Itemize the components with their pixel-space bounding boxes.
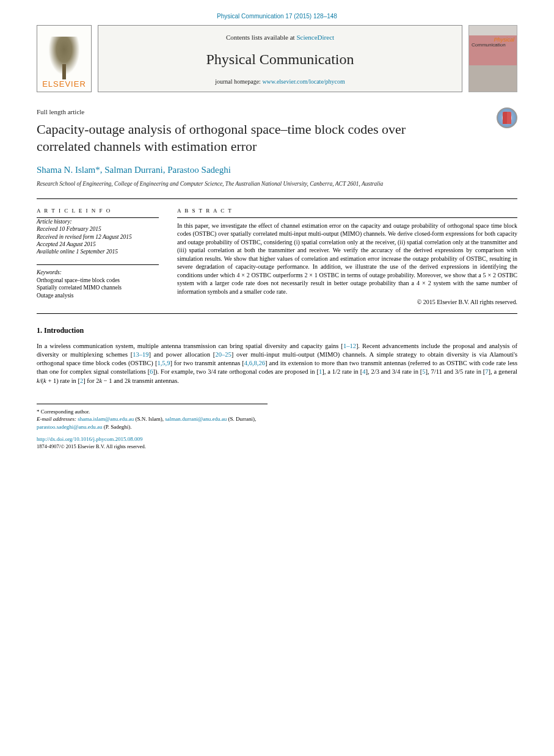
author-link-3[interactable]: Parastoo Sadeghi (167, 165, 231, 175)
cover-title-2: Communication (472, 42, 506, 48)
contents-prefix: Contents lists available at (226, 34, 296, 41)
article-title: Capacity-outage analysis of orthogonal s… (37, 121, 445, 154)
journal-cover-thumbnail: Physical Communication (468, 25, 517, 92)
ref-link-5[interactable]: 5 (422, 368, 425, 375)
contents-available: Contents lists available at ScienceDirec… (226, 33, 334, 42)
homepage-prefix: journal homepage: (215, 78, 262, 85)
publisher-line: 1874-4907/© 2015 Elsevier B.V. All right… (37, 443, 517, 450)
abstract-text: In this paper, we investigate the effect… (177, 222, 517, 296)
ref-link-46826[interactable]: 4,6,8,26 (244, 360, 265, 366)
article-history: Article history: Received 10 February 20… (37, 218, 159, 256)
keywords: Orthogonal space–time block codes Spatia… (37, 277, 159, 299)
journal-banner: ELSEVIER Contents lists available at Sci… (37, 25, 517, 92)
email-name-3: (P. Sadeghi). (103, 424, 132, 430)
article-info-column: A R T I C L E I N F O Article history: R… (37, 199, 159, 306)
ref-link-6[interactable]: 6 (150, 368, 153, 375)
sciencedirect-link[interactable]: ScienceDirect (296, 34, 334, 41)
ref-link-1[interactable]: 1 (319, 368, 322, 375)
corresponding-asterisk: * (95, 165, 100, 175)
ref-link-1-12[interactable]: 1–12 (343, 343, 356, 349)
banner-center: Contents lists available at ScienceDirec… (98, 25, 462, 92)
article-type: Full length article (37, 107, 517, 116)
elsevier-logo: ELSEVIER (37, 25, 92, 92)
journal-title: Physical Communication (206, 50, 354, 69)
crossmark-icon[interactable] (497, 107, 517, 128)
introduction-section: 1. Introduction In a wireless communicat… (37, 326, 517, 385)
email-link-3[interactable]: parastoo.sadeghi@anu.edu.au (37, 424, 103, 430)
keywords-label: Keywords: (37, 269, 159, 276)
article-info-label: A R T I C L E I N F O (37, 208, 159, 215)
authors: Shama N. Islam*, Salman Durrani, Parasto… (37, 164, 517, 176)
elsevier-text: ELSEVIER (42, 79, 86, 92)
email-name-2: (S. Durrani), (227, 416, 256, 422)
abstract-label: A B S T R A C T (177, 208, 517, 215)
journal-homepage: journal homepage: www.elsevier.com/locat… (215, 78, 345, 85)
info-abstract-row: A R T I C L E I N F O Article history: R… (37, 199, 517, 306)
doi: http://dx.doi.org/10.1016/j.phycom.2015.… (37, 436, 517, 443)
corresponding-author: * Corresponding author. (37, 408, 268, 416)
homepage-link[interactable]: www.elsevier.com/locate/phycom (262, 78, 344, 85)
divider-bottom (37, 313, 517, 314)
email-name-1: (S.N. Islam), (134, 416, 165, 422)
journal-reference: Physical Communication 17 (2015) 128–148 (37, 0, 517, 25)
affiliation: Research School of Engineering, College … (37, 180, 517, 187)
ref-link-2[interactable]: 2 (80, 377, 83, 384)
article-header: Full length article Capacity-outage anal… (37, 107, 517, 187)
introduction-text: In a wireless communication system, mult… (37, 342, 517, 385)
keywords-divider (37, 264, 159, 265)
emails-label: E-mail addresses: (37, 416, 78, 422)
email-addresses: E-mail addresses: shama.islam@anu.edu.au… (37, 415, 268, 431)
doi-link[interactable]: http://dx.doi.org/10.1016/j.phycom.2015.… (37, 436, 143, 442)
footnotes: * Corresponding author. E-mail addresses… (37, 404, 268, 431)
abstract-column: A B S T R A C T In this paper, we invest… (177, 199, 517, 306)
email-link-2[interactable]: salman.durrani@anu.edu.au (165, 416, 227, 422)
abstract-divider (177, 217, 517, 218)
author-link-2[interactable]: Salman Durrani (104, 165, 162, 175)
author-link-1[interactable]: Shama N. Islam (37, 165, 95, 175)
ref-link-4[interactable]: 4 (362, 368, 365, 375)
ref-link-7[interactable]: 7 (485, 368, 488, 375)
ref-link-159[interactable]: 1,5,9 (157, 360, 170, 366)
introduction-heading: 1. Introduction (37, 326, 517, 336)
copyright: © 2015 Elsevier B.V. All rights reserved… (177, 298, 517, 306)
email-link-1[interactable]: shama.islam@anu.edu.au (78, 416, 134, 422)
elsevier-tree-icon (46, 37, 82, 79)
ref-link-20-25[interactable]: 20–25 (215, 351, 231, 358)
ref-link-13-19[interactable]: 13–19 (133, 351, 148, 358)
